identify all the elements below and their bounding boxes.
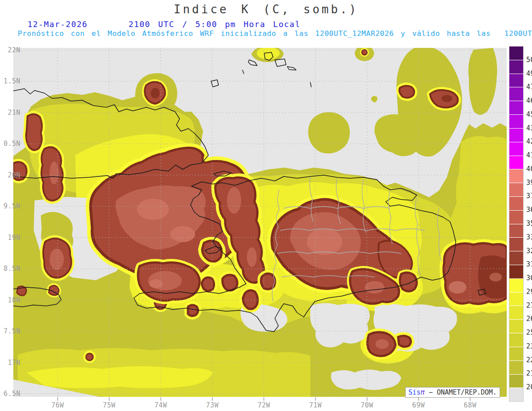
y-axis-label: 17N [2,359,20,367]
colorbar-block [509,279,523,293]
colorbar-label: 43.9 [526,124,532,132]
red-spot-islet [145,82,165,104]
colorbar-label: 47.8 [526,83,532,91]
colorbar-label: 45.2 [526,110,532,118]
colorbar-block [509,101,523,115]
y-axis-label: 1.5N [2,77,20,85]
attribution-app-name: Sis [408,388,420,396]
y-axis-label: 18N [2,296,20,304]
colorbar-label: 39.1 [526,179,532,187]
x-axis-label: 76W [47,401,68,409]
colorbar-block [509,320,523,333]
colorbar-label: 30 [526,274,532,282]
attribution-pi-symbol: π [420,388,425,396]
y-axis-label: 21N [2,109,20,117]
colorbar-label: 21.3 [526,369,532,377]
colorbar-label: 49.1 [526,70,532,78]
colorbar-block [509,115,523,129]
colorbar-block [509,74,523,88]
colorbar-label: 35.2 [526,219,532,227]
colorbar-label: 23.9 [526,342,532,350]
colorbar-label: 25.2 [526,329,532,337]
colorbar-label: 26.5 [526,315,532,323]
colorbar-block [509,375,523,388]
x-axis-label: 71W [305,401,326,409]
weather-map-page: Indice K (C, somb.) 12-Mar-2026 2100 UTC… [0,0,532,411]
colorbar-label: 33.9 [526,233,532,241]
red-blob-east [444,243,507,304]
attribution-org: − ONAMET/REP.DOM. [425,388,497,396]
colorbar-block [509,306,523,320]
attribution-box: Sisπ − ONAMET/REP.DOM. [405,387,500,398]
colorbar-label: 20 [526,383,532,391]
colorbar [509,46,524,402]
colorbar-label: 40 [526,165,532,173]
x-axis-label: 75W [99,401,119,409]
y-axis-label: 7.5N [2,327,20,335]
x-axis-label: 68W [460,401,480,409]
colorbar-label: 29.1 [526,288,532,296]
x-axis-label: 69W [408,401,429,409]
colorbar-block [509,60,523,74]
colorbar-block [509,388,523,401]
colorbar-label: 46.5 [526,97,532,105]
colorbar-block [509,361,523,375]
colorbar-block [509,238,523,251]
colorbar-block [509,156,523,170]
colorbar-block [509,47,523,60]
contour-fill-layer [13,46,507,397]
colorbar-block [509,197,523,211]
y-axis-label: 9.5N [2,202,20,210]
colorbar-block [509,169,523,183]
colorbar-block [509,251,523,265]
colorbar-label: 50 [526,56,532,64]
colorbar-block [509,183,523,197]
y-axis-label: 19N [2,234,20,242]
colorbar-block [509,347,523,361]
colorbar-label: 27.8 [526,301,532,309]
x-axis-label: 72W [254,401,274,409]
colorbar-block [509,87,523,101]
colorbar-label: 42.6 [526,137,532,145]
y-axis-label: 22N [2,46,20,54]
colorbar-block [509,265,523,279]
colorbar-label: 41.3 [526,151,532,159]
axis-tick-layer [58,397,470,401]
colorbar-label: 31.3 [526,260,532,268]
colorbar-block [509,224,523,238]
y-axis-label: 0.5N [2,140,20,148]
colorbar-block [509,129,523,142]
y-axis-label: 8.5N [2,265,20,273]
y-axis-label: 20N [2,171,20,179]
colorbar-block [509,333,523,347]
colorbar-label: 22.6 [526,356,532,364]
colorbar-block [509,293,523,306]
colorbar-label: 37.8 [526,192,532,200]
x-axis-label: 74W [151,401,171,409]
colorbar-label: 36.5 [526,206,532,214]
colorbar-label: 32.6 [526,247,532,255]
map-canvas [0,0,532,411]
x-axis-label: 73W [202,401,223,409]
x-axis-label: 70W [357,401,377,409]
colorbar-block [509,142,523,156]
colorbar-block [509,211,523,224]
y-axis-label: 6.5N [2,390,20,398]
